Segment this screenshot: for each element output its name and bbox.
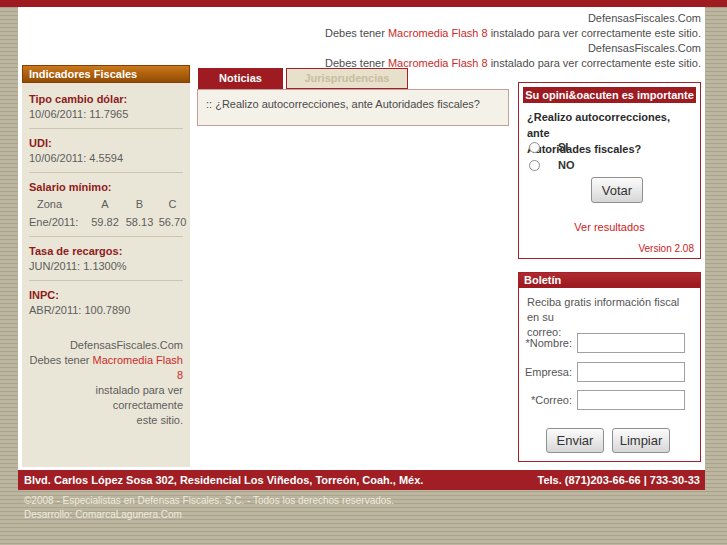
indicator-label-tipo-cambio: Tipo cambio dólar:	[29, 93, 183, 105]
copyright-text: ©2008 - Especialistas en Defensas Fiscal…	[24, 494, 394, 508]
newsletter-description-line1: Reciba gratis información fiscal en su	[527, 295, 692, 325]
macromedia-flash-link[interactable]: Macromedia Flash 8	[93, 354, 183, 381]
radio-icon[interactable]	[529, 142, 540, 153]
empresa-field[interactable]	[577, 362, 685, 382]
nombre-label: *Nombre:	[519, 337, 572, 349]
limpiar-button[interactable]: Limpiar	[612, 428, 670, 453]
news-item-link[interactable]: :: ¿Realizo autocorrecciones, ante Autor…	[206, 98, 480, 110]
flash-notice-line: Debes tener Macromedia Flash 8 instalado…	[325, 26, 701, 41]
poll-panel: Su opini&oacuten es importante ¿Realizo …	[518, 82, 701, 259]
news-list-panel: :: ¿Realizo autocorrecciones, ante Autor…	[197, 89, 509, 126]
salario-minimo-table: Zona A B C Ene/2011: 59.82 58.13 56.70	[29, 198, 183, 228]
indicator-label-inpc: INPC:	[29, 289, 183, 301]
notice-post-text: instalado para ver correctamente este si…	[488, 27, 701, 39]
indicator-label-recargos: Tasa de recargos:	[29, 245, 183, 257]
poll-option-si[interactable]: SI	[529, 141, 568, 153]
footer-bar: Blvd. Carlos López Sosa 302, Residencial…	[18, 470, 705, 490]
nombre-field[interactable]	[577, 333, 685, 353]
notice-pre-text: Debes tener	[325, 27, 388, 39]
newsletter-panel: Boletín Reciba gratis información fiscal…	[518, 272, 701, 462]
indicator-label-udi: UDI:	[29, 137, 183, 149]
divider	[29, 172, 183, 173]
empresa-label: Empresa:	[519, 366, 572, 378]
salario-row-label: Ene/2011:	[29, 216, 87, 228]
salario-value-b: 58.13	[123, 216, 156, 228]
salario-value-c: 56.70	[156, 216, 189, 228]
indicator-value-recargos: JUN/2011: 1.1300%	[29, 260, 183, 272]
fiscal-indicators-title: Indicadores Fiscales	[22, 65, 190, 83]
poll-option-no-label: NO	[558, 159, 575, 171]
radio-icon[interactable]	[529, 160, 540, 171]
tab-jurisprudencias[interactable]: Jurisprudencias	[286, 68, 408, 89]
correo-field[interactable]	[577, 390, 685, 410]
notice-pre-text: Debes tener	[30, 354, 93, 366]
salario-header-a: A	[87, 198, 123, 210]
tab-noticias[interactable]: Noticias	[198, 68, 283, 89]
developer-link[interactable]: ComarcaLagunera.Com	[75, 509, 182, 520]
indicator-value-tipo-cambio: 10/06/2011: 11.7965	[29, 108, 183, 120]
developer-line: Desarrollo: ComarcaLagunera.Com	[24, 508, 394, 522]
site-name-text: DefensasFiscales.Com	[325, 11, 701, 26]
flash-requirement-notices: DefensasFiscales.Com Debes tener Macrome…	[325, 11, 701, 71]
notice-post-text: instalado para ver correctamente este si…	[488, 57, 701, 69]
divider	[29, 236, 183, 237]
site-name-text: DefensasFiscales.Com	[325, 41, 701, 56]
votar-button[interactable]: Votar	[591, 177, 643, 203]
top-red-bar	[0, 0, 727, 7]
flash-notice-line: Debes tener Macromedia Flash 8	[29, 353, 183, 383]
copyright-block: ©2008 - Especialistas en Defensas Fiscal…	[24, 494, 394, 522]
page-container: DefensasFiscales.Com Debes tener Macrome…	[18, 7, 705, 490]
poll-question-line1: ¿Realizo autocorrecciones, ante	[527, 109, 694, 141]
footer-address: Blvd. Carlos López Sosa 302, Residencial…	[24, 474, 423, 486]
poll-title: Su opini&oacuten es importante	[523, 87, 696, 103]
notice-post-text: este sitio.	[29, 413, 183, 428]
divider	[29, 280, 183, 281]
enviar-button[interactable]: Enviar	[546, 428, 604, 453]
divider	[29, 128, 183, 129]
fiscal-indicators-panel: Indicadores Fiscales Tipo cambio dólar: …	[22, 65, 190, 467]
macromedia-flash-link[interactable]: Macromedia Flash 8	[388, 27, 488, 39]
poll-option-no[interactable]: NO	[529, 159, 575, 171]
salario-header-b: B	[123, 198, 156, 210]
salario-header-c: C	[156, 198, 189, 210]
developer-pre-text: Desarrollo:	[24, 509, 75, 520]
site-name-text: DefensasFiscales.Com	[29, 338, 183, 353]
newsletter-title: Boletín	[519, 273, 700, 288]
notice-post-text: instalado para ver correctamente	[29, 383, 183, 413]
salario-header-zona: Zona	[29, 198, 87, 210]
salario-value-a: 59.82	[87, 216, 123, 228]
indicator-label-salario: Salario mínimo:	[29, 181, 183, 193]
poll-option-si-label: SI	[558, 141, 568, 153]
ver-resultados-link[interactable]: Ver resultados	[519, 221, 700, 233]
indicator-value-udi: 10/06/2011: 4.5594	[29, 152, 183, 164]
footer-phones: Tels. (871)203-66-66 | 733-30-33	[538, 474, 700, 486]
poll-version-text: Version 2.08	[638, 243, 694, 254]
correo-label: *Correo:	[519, 394, 572, 406]
sidebar-flash-notice: DefensasFiscales.Com Debes tener Macrome…	[29, 338, 183, 428]
indicator-value-inpc: ABR/2011: 100.7890	[29, 304, 183, 316]
